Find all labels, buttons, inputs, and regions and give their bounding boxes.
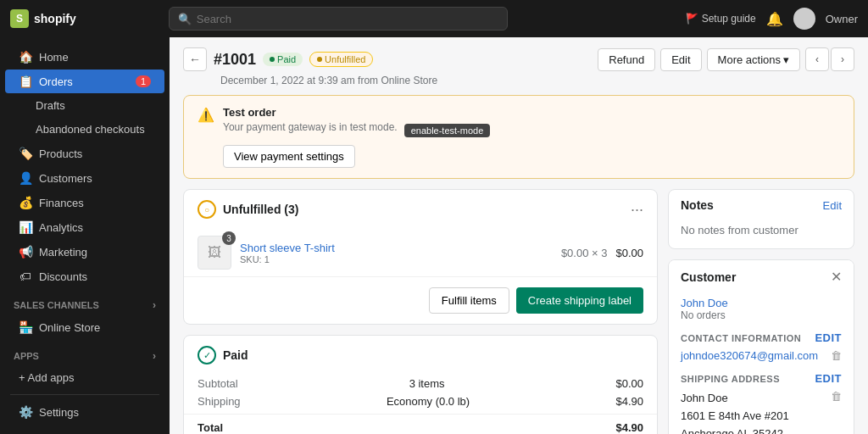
address-text: John Doe 1601 E 84th Ave #201 Anchorage … bbox=[681, 390, 789, 434]
create-shipping-label-button[interactable]: Create shipping label bbox=[516, 287, 643, 314]
subtotal-qty: 3 items bbox=[409, 377, 445, 390]
test-order-banner: ⚠️ Test order Your payment gateway is in… bbox=[183, 95, 854, 179]
main-content: ← #1001 Paid Unfulfilled Refund Edit Mor… bbox=[170, 37, 868, 434]
sidebar-item-marketing[interactable]: 📢 Marketing bbox=[5, 240, 164, 264]
sidebar-item-customers[interactable]: 👤 Customers bbox=[5, 166, 164, 190]
item-name-link[interactable]: Short sleeve T-shirt bbox=[240, 242, 335, 254]
item-qty-badge: 3 bbox=[222, 231, 236, 245]
sidebar-item-finances[interactable]: 💰 Finances bbox=[5, 191, 164, 214]
sales-channels-section: Sales channels › bbox=[0, 289, 170, 314]
subtotal-value: $0.00 bbox=[615, 377, 643, 390]
refund-button[interactable]: Refund bbox=[598, 48, 655, 71]
subtotal-row: Subtotal 3 items $0.00 bbox=[184, 375, 657, 392]
dot-icon bbox=[270, 57, 275, 62]
customer-title: Customer bbox=[681, 270, 736, 284]
orders-badge: 1 bbox=[136, 75, 151, 87]
notification-icon[interactable]: 🔔 bbox=[766, 11, 783, 27]
shipping-label: Shipping bbox=[198, 395, 241, 408]
sidebar-item-label: Online Store bbox=[39, 321, 100, 334]
sidebar-divider bbox=[10, 394, 159, 395]
item-thumbnail: 🖼 3 bbox=[198, 236, 231, 270]
finances-icon: 💰 bbox=[19, 196, 32, 209]
sidebar-item-label: Home bbox=[39, 51, 69, 64]
sidebar-item-orders[interactable]: 📋 Orders 1 bbox=[5, 70, 164, 93]
shipping-edit-link[interactable]: Edit bbox=[815, 372, 842, 385]
sidebar-item-label: + Add apps bbox=[19, 371, 74, 384]
sidebar-item-settings[interactable]: ⚙️ Settings bbox=[5, 400, 164, 424]
notes-card: Notes Edit No notes from customer bbox=[668, 189, 854, 249]
settings-icon: ⚙️ bbox=[19, 405, 32, 419]
avatar[interactable] bbox=[793, 8, 815, 30]
total-value: $4.90 bbox=[615, 421, 643, 434]
sidebar-item-add-apps[interactable]: + Add apps bbox=[5, 366, 164, 389]
products-icon: 🏷️ bbox=[19, 147, 32, 160]
prev-order-button[interactable]: ‹ bbox=[805, 47, 829, 71]
unfulfilled-title: Unfulfilled (3) bbox=[223, 203, 298, 216]
sidebar-item-label: Discounts bbox=[39, 270, 87, 283]
next-order-button[interactable]: › bbox=[831, 47, 854, 71]
sidebar-item-analytics[interactable]: 📊 Analytics bbox=[5, 215, 164, 239]
test-banner-title: Test order bbox=[223, 106, 840, 119]
shipping-row: Shipping Economy (0.0 lb) $4.90 bbox=[184, 392, 657, 410]
sidebar-item-label: Customers bbox=[39, 172, 92, 185]
address-copy-icon[interactable]: 🗑 bbox=[831, 390, 842, 403]
apps-section: Apps › bbox=[0, 340, 170, 365]
order-item: 🖼 3 Short sleeve T-shirt SKU: 1 $0.00 × … bbox=[184, 229, 657, 276]
flag-icon: 🚩 bbox=[686, 13, 698, 25]
shipping-section-label: SHIPPING ADDRESS Edit bbox=[681, 372, 842, 385]
paid-title: Paid bbox=[223, 348, 248, 362]
contact-section: CONTACT INFORMATION Edit johndoe320674@g… bbox=[681, 331, 842, 362]
content-main: ○ Unfulfilled (3) ··· 🖼 3 Short sleeve T… bbox=[183, 189, 658, 434]
item-info: Short sleeve T-shirt SKU: 1 bbox=[240, 242, 553, 264]
image-icon: 🖼 bbox=[208, 245, 221, 260]
view-payment-settings-button[interactable]: View payment settings bbox=[223, 145, 355, 168]
more-options-button[interactable]: ··· bbox=[631, 201, 643, 219]
sidebar-item-abandoned[interactable]: Abandoned checkouts bbox=[5, 118, 164, 141]
content-grid: ○ Unfulfilled (3) ··· 🖼 3 Short sleeve T… bbox=[183, 189, 854, 434]
edit-button[interactable]: Edit bbox=[660, 48, 701, 71]
sidebar-item-drafts[interactable]: Drafts bbox=[5, 94, 164, 117]
search-bar[interactable]: 🔍 bbox=[169, 7, 508, 31]
sidebar-item-label: Settings bbox=[39, 406, 79, 419]
sidebar-item-online-store[interactable]: 🏪 Online Store bbox=[5, 315, 164, 339]
sidebar: 🏠 Home 📋 Orders 1 Drafts Abandoned check… bbox=[0, 37, 170, 434]
sidebar-item-label: Drafts bbox=[36, 99, 65, 112]
search-input[interactable] bbox=[197, 13, 498, 25]
setup-guide[interactable]: 🚩 Setup guide bbox=[686, 13, 756, 25]
sidebar-item-label: Products bbox=[39, 147, 82, 160]
notes-body: No notes from customer bbox=[669, 220, 854, 248]
discounts-icon: 🏷 bbox=[19, 270, 32, 283]
unfulfilled-card: ○ Unfulfilled (3) ··· 🖼 3 Short sleeve T… bbox=[183, 189, 658, 325]
customer-name-link[interactable]: John Doe bbox=[681, 297, 842, 309]
sidebar-item-discounts[interactable]: 🏷 Discounts bbox=[5, 264, 164, 288]
shipping-method: Economy (0.0 lb) bbox=[387, 395, 470, 408]
notes-edit-link[interactable]: Edit bbox=[823, 199, 842, 212]
paid-card: ✓ Paid Subtotal 3 items $0.00 Shipping E… bbox=[183, 335, 658, 434]
subtotal-label: Subtotal bbox=[198, 377, 238, 390]
test-mode-badge: enable-test-mode bbox=[404, 124, 491, 137]
sidebar-item-home[interactable]: 🏠 Home bbox=[5, 45, 164, 69]
topnav: S shopify 🔍 🚩 Setup guide 🔔 Owner bbox=[0, 0, 868, 37]
contact-edit-link[interactable]: Edit bbox=[815, 331, 842, 344]
home-icon: 🏠 bbox=[19, 50, 32, 64]
owner-label: Owner bbox=[826, 13, 858, 25]
test-banner-desc: Your payment gateway is in test mode. bbox=[223, 121, 398, 133]
sidebar-item-products[interactable]: 🏷️ Products bbox=[5, 142, 164, 165]
paid-check-icon: ✓ bbox=[198, 346, 216, 364]
order-actions: Refund Edit More actions ▾ ‹ › bbox=[598, 47, 854, 71]
order-header: ← #1001 Paid Unfulfilled Refund Edit Mor… bbox=[183, 47, 854, 71]
fulfill-items-button[interactable]: Fulfill items bbox=[429, 287, 509, 314]
test-banner-content: Test order Your payment gateway is in te… bbox=[223, 106, 840, 168]
more-actions-button[interactable]: More actions ▾ bbox=[707, 48, 800, 71]
unfulfilled-icon: ○ bbox=[198, 200, 216, 219]
contact-email-row: johndoe320674@gmail.com 🗑 bbox=[681, 349, 842, 362]
notes-title: Notes bbox=[681, 198, 714, 212]
unfulfilled-header: ○ Unfulfilled (3) ··· bbox=[184, 190, 657, 229]
close-customer-button[interactable]: ✕ bbox=[831, 269, 842, 285]
logo: S shopify bbox=[10, 9, 76, 28]
item-price: $0.00 × 3 bbox=[561, 247, 608, 259]
total-row: Total $4.90 bbox=[184, 414, 657, 434]
back-button[interactable]: ← bbox=[183, 47, 207, 71]
shipping-address-section: SHIPPING ADDRESS Edit John Doe 1601 E 84… bbox=[681, 372, 842, 434]
copy-icon[interactable]: 🗑 bbox=[831, 349, 842, 362]
